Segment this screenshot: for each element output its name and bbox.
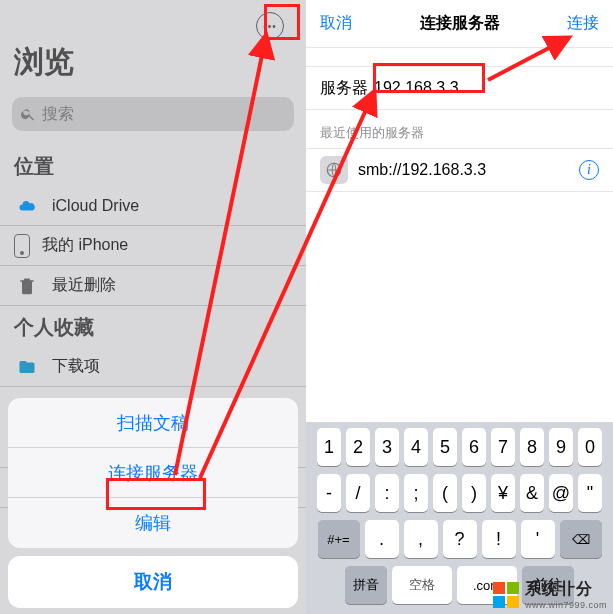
key-#+=[interactable]: #+= [318, 520, 360, 558]
sheet-connect-to-server[interactable]: 连接服务器 [8, 448, 298, 498]
nav-connect-button[interactable]: 连接 [567, 13, 599, 34]
watermark-url: www.win7999.com [525, 600, 607, 610]
key-@[interactable]: @ [549, 474, 573, 512]
recent-servers-header: 最近使用的服务器 [306, 110, 613, 148]
key-;[interactable]: ; [404, 474, 428, 512]
key-/[interactable]: / [346, 474, 370, 512]
server-address-input[interactable] [374, 79, 613, 97]
sheet-scan-documents[interactable]: 扫描文稿 [8, 398, 298, 448]
nav-cancel-button[interactable]: 取消 [320, 13, 352, 34]
key-,[interactable]: , [404, 520, 438, 558]
key-3[interactable]: 3 [375, 428, 399, 466]
key-1[interactable]: 1 [317, 428, 341, 466]
connect-server-pane: 取消 连接服务器 连接 服务器 最近使用的服务器 smb://192.168.3… [306, 0, 613, 614]
key-2[interactable]: 2 [346, 428, 370, 466]
watermark-logo-icon [493, 582, 519, 608]
key-([interactable]: ( [433, 474, 457, 512]
key-0[interactable]: 0 [578, 428, 602, 466]
key-⌫[interactable]: ⌫ [560, 520, 602, 558]
recent-server-url: smb://192.168.3.3 [358, 161, 486, 179]
key-空格[interactable]: 空格 [392, 566, 452, 604]
key-¥[interactable]: ¥ [491, 474, 515, 512]
navbar: 取消 连接服务器 连接 [306, 0, 613, 48]
key-&[interactable]: & [520, 474, 544, 512]
watermark-brand: 系统卝分 [525, 580, 593, 597]
key-6[interactable]: 6 [462, 428, 486, 466]
info-icon[interactable]: i [579, 160, 599, 180]
key-9[interactable]: 9 [549, 428, 573, 466]
sheet-cancel[interactable]: 取消 [8, 556, 298, 608]
server-label: 服务器 [306, 78, 374, 99]
key-)[interactable]: ) [462, 474, 486, 512]
key-"[interactable]: " [578, 474, 602, 512]
action-sheet: 扫描文稿 连接服务器 编辑 取消 [8, 398, 298, 608]
key-5[interactable]: 5 [433, 428, 457, 466]
key-?[interactable]: ? [443, 520, 477, 558]
key--[interactable]: - [317, 474, 341, 512]
server-input-row: 服务器 [306, 66, 613, 110]
watermark: 系统卝分 www.win7999.com [493, 579, 607, 610]
recent-server-item[interactable]: smb://192.168.3.3 i [306, 148, 613, 192]
key-'[interactable]: ' [521, 520, 555, 558]
key-![interactable]: ! [482, 520, 516, 558]
key-.[interactable]: . [365, 520, 399, 558]
files-browse-pane: 浏览 搜索 位置 iCloud Drive 我的 iPhone 最近删除 [0, 0, 306, 614]
nav-title: 连接服务器 [420, 13, 500, 34]
key-8[interactable]: 8 [520, 428, 544, 466]
key-7[interactable]: 7 [491, 428, 515, 466]
server-globe-icon [320, 156, 348, 184]
key-:[interactable]: : [375, 474, 399, 512]
key-拼音[interactable]: 拼音 [345, 566, 387, 604]
key-4[interactable]: 4 [404, 428, 428, 466]
sheet-edit[interactable]: 编辑 [8, 498, 298, 548]
